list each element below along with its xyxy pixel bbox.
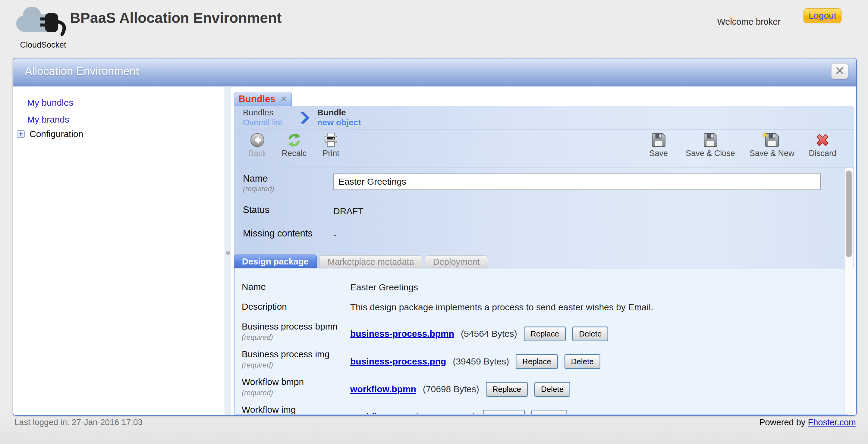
name-required-hint: (required) xyxy=(243,185,333,193)
tab-bundles-label: Bundles xyxy=(239,94,276,104)
toolbar-actions: Save Save & Close ★ xyxy=(631,132,836,158)
design-package-panel: Name Easter Greetings Description This d… xyxy=(234,268,848,414)
replace-button[interactable]: Replace xyxy=(483,410,525,415)
delete-button[interactable]: Delete xyxy=(534,382,570,397)
back-button[interactable]: Back xyxy=(245,132,270,158)
dp-name-label: Name xyxy=(242,282,350,292)
window-titlebar: Allocation Environment ✕ xyxy=(13,58,856,87)
dp-description-label: Description xyxy=(242,302,350,312)
dp-name-row: Name Easter Greetings xyxy=(242,282,847,292)
recalc-button[interactable]: Recalc xyxy=(281,132,307,158)
sidebar-item-my-brands[interactable]: My brands xyxy=(13,112,224,127)
scrollbar-thumb[interactable] xyxy=(846,170,852,257)
save-icon xyxy=(651,132,666,148)
window-body: My bundles My brands + Configuration Bun… xyxy=(13,87,856,415)
welcome-text: Welcome broker xyxy=(717,17,781,27)
cloudsocket-logo: CloudSocket xyxy=(11,3,75,50)
delete-button[interactable]: Delete xyxy=(531,410,567,415)
status-row: Status DRAFT xyxy=(243,205,854,216)
expand-plus-icon[interactable]: + xyxy=(17,130,25,138)
page-header: CloudSocket BPaaS Allocation Environment… xyxy=(0,0,868,58)
save-close-icon xyxy=(703,132,718,148)
save-and-new-button[interactable]: ★ Save & New xyxy=(749,132,795,158)
breadcrumb-parent-title: Bundles xyxy=(243,108,282,118)
name-row: Name (required) xyxy=(243,173,854,193)
replace-button[interactable]: Replace xyxy=(524,326,566,341)
last-login-text: Last logged in: 27-Jan-2016 17:03 xyxy=(14,417,143,427)
missing-contents-value: - xyxy=(333,228,336,240)
replace-button[interactable]: Replace xyxy=(486,382,528,397)
status-label: Status xyxy=(243,205,333,215)
detail-tabs: Design package Marketplace metadata Depl… xyxy=(234,255,488,268)
save-button[interactable]: Save xyxy=(646,132,671,158)
tab-bundles[interactable]: Bundles ✕ xyxy=(234,92,292,106)
file-link[interactable]: workflow.bpmn xyxy=(350,384,416,394)
replace-button[interactable]: Replace xyxy=(516,354,558,369)
save-and-close-button[interactable]: Save & Close xyxy=(686,132,735,158)
toolbar: Back Recalc xyxy=(234,129,854,167)
discard-icon xyxy=(815,132,830,148)
missing-contents-row: Missing contents - xyxy=(243,228,854,240)
window-title: Allocation Environment xyxy=(25,65,138,78)
file-link[interactable]: workflow.png xyxy=(350,412,408,414)
sidebar-item-configuration[interactable]: + Configuration xyxy=(13,129,224,139)
back-icon xyxy=(250,132,265,148)
file-row: Workflow bmpn (required) workflow.bpmn (… xyxy=(242,377,847,401)
breadcrumb-current-title: Bundle xyxy=(317,108,361,118)
powered-by: Powered by Fhoster.com xyxy=(759,417,856,427)
fhoster-link[interactable]: Fhoster.com xyxy=(808,417,856,427)
breadcrumb: Bundles Overall list Bundle new object xyxy=(234,106,854,129)
tab-marketplace-metadata[interactable]: Marketplace metadata xyxy=(319,255,422,268)
status-value: DRAFT xyxy=(333,205,364,216)
dp-description-row: Description This design package implemen… xyxy=(242,302,847,312)
breadcrumb-chevron-icon xyxy=(300,111,310,124)
logout-button[interactable]: Logout xyxy=(804,8,841,23)
breadcrumb-parent-link[interactable]: Overall list xyxy=(243,118,282,127)
main-area: Bundles ✕ Bundles Overall list Bundle ne… xyxy=(231,87,856,415)
new-star-icon: ★ xyxy=(761,130,768,139)
file-link[interactable]: business-process.png xyxy=(350,356,446,367)
file-link[interactable]: business-process.bpmn xyxy=(350,329,454,339)
tab-close-icon[interactable]: ✕ xyxy=(280,95,287,103)
breadcrumb-current-subtitle: new object xyxy=(317,118,361,127)
name-label: Name xyxy=(243,173,333,184)
file-size: (169870 Bytes) xyxy=(415,412,476,414)
dp-description-value: This design package implements a process… xyxy=(350,302,653,312)
save-new-icon: ★ xyxy=(764,132,779,148)
print-icon xyxy=(323,132,338,148)
vertical-scrollbar[interactable] xyxy=(844,168,853,414)
delete-button[interactable]: Delete xyxy=(572,326,608,341)
splitter-grip-icon[interactable] xyxy=(226,251,230,255)
print-button[interactable]: Print xyxy=(318,132,344,158)
delete-button[interactable]: Delete xyxy=(564,354,600,369)
name-input[interactable] xyxy=(333,173,821,190)
sidebar-splitter[interactable] xyxy=(224,87,231,415)
logo-wordmark: CloudSocket xyxy=(11,40,75,50)
file-row: Workflow img (required) workflow.png (16… xyxy=(242,405,847,414)
sidebar: My bundles My brands + Configuration xyxy=(13,87,224,415)
breadcrumb-parent: Bundles Overall list xyxy=(243,108,282,127)
cloudsocket-cloud-plug-icon xyxy=(11,3,75,40)
file-size: (70698 Bytes) xyxy=(423,384,479,394)
sidebar-item-my-bundles[interactable]: My bundles xyxy=(13,95,224,110)
tab-design-package[interactable]: Design package xyxy=(234,255,317,268)
breadcrumb-current: Bundle new object xyxy=(317,108,361,127)
file-size: (39459 Bytes) xyxy=(453,356,509,367)
powered-by-text: Powered by xyxy=(759,417,805,427)
file-row: Business process img (required) business… xyxy=(242,349,847,373)
app-title: BPaaS Allocation Environment xyxy=(70,10,281,26)
file-row: Business process bpmn (required) busines… xyxy=(242,321,847,346)
tab-deployment[interactable]: Deployment xyxy=(425,255,488,268)
sidebar-item-label: Configuration xyxy=(30,129,83,139)
bundle-editor-panel: Bundles Overall list Bundle new object xyxy=(234,106,854,268)
discard-button[interactable]: Discard xyxy=(809,132,836,158)
recalc-icon xyxy=(287,132,302,148)
allocation-environment-window: Allocation Environment ✕ My bundles My b… xyxy=(13,58,857,416)
missing-contents-label: Missing contents xyxy=(243,228,333,239)
bundle-form: Name (required) Status DRAFT Missing con… xyxy=(234,167,854,240)
file-size: (54564 Bytes) xyxy=(461,329,517,339)
dp-name-value: Easter Greetings xyxy=(350,282,418,292)
window-close-icon[interactable]: ✕ xyxy=(831,63,848,79)
